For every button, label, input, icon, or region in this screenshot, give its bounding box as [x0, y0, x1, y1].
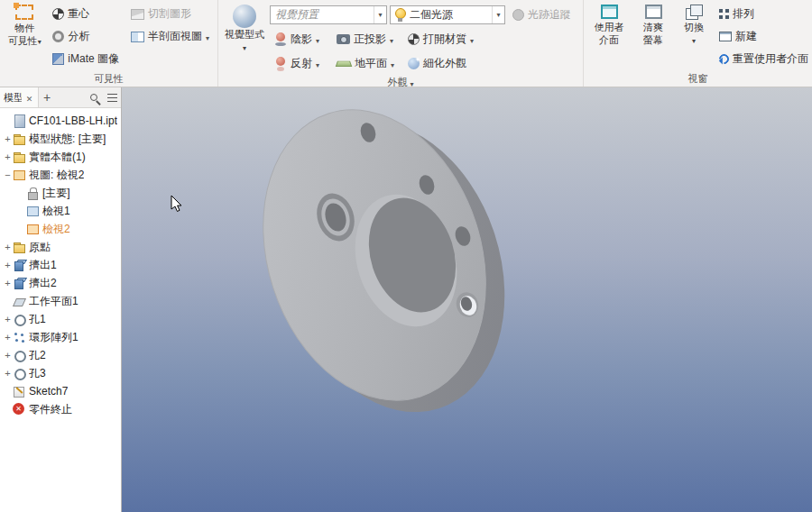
ribbon: 物件 可見性 重心 分析 iMate 圖像 — [0, 0, 812, 87]
hamburger-menu-icon — [107, 94, 117, 102]
ground-plane-button[interactable]: 地平面 — [332, 52, 401, 75]
reflections-label: 反射 — [291, 56, 312, 71]
sketch-icon — [13, 385, 25, 398]
expander-icon[interactable]: + — [3, 315, 13, 325]
close-icon[interactable] — [24, 89, 34, 105]
extrusion-icon — [13, 277, 25, 289]
shadows-icon — [274, 32, 287, 46]
expander-icon[interactable]: + — [3, 369, 13, 379]
tree-item-end-of-part[interactable]: 零件終止 — [0, 400, 121, 418]
clean-screen-label-1: 清爽 — [643, 22, 663, 33]
tree-item-model-states[interactable]: + 模型狀態: [主要] — [0, 130, 121, 148]
lights-value: 二個光源 — [410, 7, 488, 23]
chevron-down-icon — [316, 33, 319, 46]
orthographic-button[interactable]: 正投影 — [332, 28, 401, 50]
visual-preset-combo[interactable]: 視覺預置 — [270, 5, 387, 24]
tree-item-hole3[interactable]: + 孔3 — [0, 364, 121, 382]
new-window-button[interactable]: 新建 — [715, 25, 808, 48]
tree-item-origin[interactable]: + 原點 — [0, 238, 121, 256]
slice-graphics-button[interactable]: 切割圖形 — [126, 3, 214, 25]
tree-item-part-file[interactable]: CF101-LBB-LH.ipt — [0, 112, 121, 130]
visual-style-button[interactable]: 視覺型式 — [222, 3, 267, 75]
chevron-down-icon — [692, 34, 696, 47]
arrange-icon — [719, 9, 729, 19]
switch-windows-button[interactable]: 切換 — [676, 3, 712, 70]
half-section-view-icon — [131, 32, 144, 42]
part-document-icon — [13, 114, 25, 127]
reset-undo-arrow-icon — [717, 52, 732, 67]
tree-item-solid-bodies[interactable]: + 實體本體(1) — [0, 148, 121, 166]
new-window-label: 新建 — [735, 29, 757, 44]
half-section-view-button[interactable]: 半剖面視圖 — [126, 25, 214, 48]
browser-tab-model[interactable]: 模型 — [0, 87, 39, 107]
object-visibility-icon — [15, 5, 33, 20]
expander-icon[interactable]: + — [3, 242, 13, 252]
windows-group-label: 視窗 — [584, 71, 812, 87]
tree-item-workplane1[interactable]: 工作平面1 — [0, 292, 121, 310]
expander-icon[interactable]: + — [3, 134, 13, 144]
center-of-gravity-label: 重心 — [68, 6, 89, 22]
tree-item-label: 環形陣列1 — [29, 330, 78, 345]
add-tab-button[interactable] — [39, 89, 55, 105]
textures-label: 打開材質 — [423, 32, 466, 47]
imate-glyph-button[interactable]: iMate 圖像 — [48, 48, 124, 70]
appearance-group-label[interactable]: 外觀 — [218, 76, 583, 87]
switch-windows-label: 切換 — [684, 22, 704, 33]
chevron-down-icon — [390, 33, 393, 46]
tree-item-hole2[interactable]: + 孔2 — [0, 346, 121, 364]
reflections-icon — [274, 57, 287, 70]
expander-icon[interactable]: + — [3, 351, 13, 361]
tree-item-extrusion1[interactable]: + 擠出1 — [0, 256, 121, 274]
tree-item-view-representations[interactable]: − 視圖: 檢視2 — [0, 166, 121, 184]
half-section-view-label: 半剖面視圖 — [148, 29, 202, 44]
center-of-gravity-button[interactable]: 重心 — [48, 3, 124, 25]
refine-appearance-button[interactable]: 細化外觀 — [403, 52, 483, 75]
expander-icon[interactable]: + — [3, 261, 13, 270]
expander-icon[interactable]: − — [3, 170, 13, 180]
tree-item-view1[interactable]: 檢視1 — [0, 202, 121, 220]
reset-ui-label: 重置使用者介面 — [733, 51, 808, 67]
tree-item-view-main[interactable]: [主要] — [0, 184, 121, 202]
lights-combo[interactable]: 二個光源 — [390, 5, 505, 24]
circular-pattern-icon — [13, 331, 25, 343]
tree-item-circular-pattern1[interactable]: + 環形陣列1 — [0, 328, 121, 346]
arrange-button[interactable]: 排列 — [715, 3, 808, 25]
visibility-group-label: 可見性 — [0, 71, 217, 87]
chevron-down-icon[interactable] — [492, 6, 504, 23]
folder-icon — [13, 241, 25, 253]
analysis-icon — [52, 31, 64, 42]
reset-ui-button[interactable]: 重置使用者介面 — [715, 48, 808, 70]
tree-item-sketch7[interactable]: Sketch7 — [0, 382, 121, 400]
reflections-button[interactable]: 反射 — [270, 52, 329, 75]
shadows-button[interactable]: 陰影 — [270, 28, 329, 50]
inventor-app: 物件 可見性 重心 分析 iMate 圖像 — [0, 0, 812, 512]
active-view-icon — [26, 223, 39, 235]
ray-tracing-button[interactable]: 光跡追蹤 — [508, 4, 576, 26]
viewport-3d[interactable] — [122, 87, 812, 512]
expander-icon[interactable]: + — [3, 279, 13, 288]
browser-menu-button[interactable] — [103, 87, 121, 107]
analysis-button[interactable]: 分析 — [48, 25, 124, 48]
textures-on-button[interactable]: 打開材質 — [403, 28, 483, 50]
expander-icon[interactable]: + — [3, 333, 13, 343]
object-visibility-button[interactable]: 物件 可見性 — [4, 3, 45, 70]
tree-item-extrusion2[interactable]: + 擠出2 — [0, 274, 121, 292]
clean-screen-button[interactable]: 清爽 螢幕 — [633, 3, 673, 70]
tree-item-label: 原點 — [29, 240, 51, 255]
visual-style-sphere-icon — [233, 5, 256, 28]
ribbon-group-appearance: 視覺型式 視覺預置 二個光源 — [218, 0, 584, 87]
tree-item-label: 實體本體(1) — [29, 150, 86, 165]
orthographic-label: 正投影 — [354, 32, 386, 47]
object-visibility-label-1: 物件 — [14, 23, 34, 34]
model-browser: 模型 CF101-LBB-LH.ipt + 模型狀態: [主要] — [0, 87, 122, 512]
ray-tracing-label: 光跡追蹤 — [528, 7, 571, 23]
chevron-down-icon[interactable] — [374, 6, 386, 23]
tree-item-hole1[interactable]: + 孔1 — [0, 310, 121, 328]
extrusion-icon — [13, 259, 25, 271]
user-interface-button[interactable]: 使用者 介面 — [587, 3, 631, 70]
expander-icon[interactable]: + — [3, 152, 13, 162]
object-visibility-label-2: 可見性 — [8, 35, 42, 48]
tree-item-label: 檢視1 — [42, 204, 70, 219]
search-button[interactable] — [85, 87, 103, 107]
tree-item-view2[interactable]: 檢視2 — [0, 220, 121, 238]
